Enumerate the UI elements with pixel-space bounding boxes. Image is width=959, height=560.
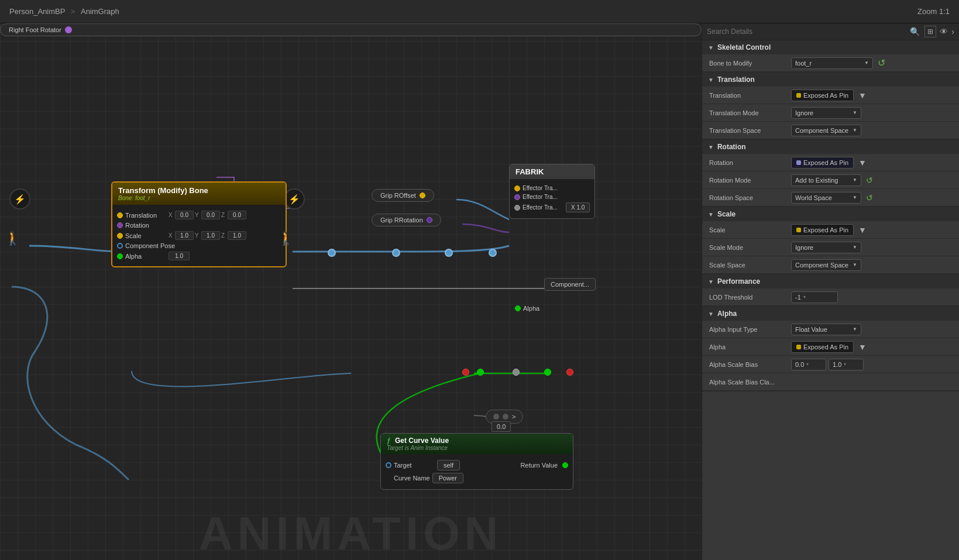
tx-field: X <box>169 211 194 219</box>
lod-threshold-spinner[interactable]: -1 ▾ <box>791 291 838 303</box>
grip-rrotation-node[interactable]: Grip RRotation <box>372 214 441 226</box>
rotation-pin-dot <box>117 222 123 228</box>
spinner1-arrow[interactable]: ▾ <box>806 362 809 367</box>
rotation-mode-reset[interactable]: ↺ <box>864 176 875 185</box>
rotation-space-arrow: ▼ <box>853 195 857 200</box>
scale-space-dropdown[interactable]: Component Space ▼ <box>791 259 861 271</box>
rotation-section-title: Rotation <box>717 143 746 151</box>
curve-name-value[interactable]: Power <box>432 473 463 483</box>
return-pin-dot <box>562 462 568 468</box>
bone-to-modify-label: Bone to Modify <box>709 60 791 67</box>
translation-arrow: ▼ <box>708 77 714 83</box>
rotation-chevron-icon[interactable]: ▼ <box>858 158 867 167</box>
alpha-chevron-icon[interactable]: ▼ <box>858 342 867 352</box>
reroute-4[interactable] <box>489 249 497 257</box>
scale-pin-dot <box>117 233 123 239</box>
translation-exposed-pin[interactable]: Exposed As Pin <box>791 90 854 101</box>
grid-view-button[interactable]: ⊞ <box>924 26 936 37</box>
rotation-mode-value: Add to Existing ▼ ↺ <box>791 174 952 186</box>
scale-chevron-icon[interactable]: ▼ <box>858 225 867 235</box>
component-pose-pin-dot <box>117 243 123 249</box>
target-value[interactable]: self <box>437 460 460 470</box>
performance-header[interactable]: ▼ Performance <box>702 274 959 288</box>
transform-bone-header: Transform (Modify) Bone Bone: foot_r <box>112 183 286 205</box>
alpha-input[interactable] <box>169 252 190 260</box>
spinner2-arrow[interactable]: ▾ <box>844 362 846 367</box>
lod-spinner-arrow[interactable]: ▾ <box>803 294 806 300</box>
ty-input[interactable] <box>201 211 220 219</box>
component-pose-label: Component Pose <box>125 242 175 249</box>
rotation-header[interactable]: ▼ Rotation <box>702 140 959 154</box>
chevron-icon[interactable]: › <box>951 27 954 36</box>
lod-threshold-row: LOD Threshold -1 ▾ <box>702 288 959 306</box>
grip-roffset-pin <box>420 193 425 198</box>
scale-mode-label: Scale Mode <box>709 244 791 251</box>
rotation-mode-dropdown[interactable]: Add to Existing ▼ <box>791 174 861 186</box>
alpha-scale-bias-spinner1[interactable]: 0.0 ▾ <box>791 359 826 370</box>
alpha-exposed-pin[interactable]: Exposed As Pin <box>791 341 854 353</box>
alpha-header[interactable]: ▼ Alpha <box>702 307 959 321</box>
effector2-label: Effector Tra... <box>523 194 563 200</box>
reroute-1[interactable] <box>328 249 336 257</box>
rotation-mode-row: Rotation Mode Add to Existing ▼ ↺ <box>702 171 959 189</box>
search-input[interactable] <box>707 28 906 36</box>
oval-dot-mid <box>503 414 508 420</box>
translation-space-dropdown[interactable]: Component Space ▼ <box>791 125 861 136</box>
rotation-exposed-pin[interactable]: Exposed As Pin <box>791 157 854 169</box>
search-bar: 🔍 ⊞ 👁 › <box>702 23 959 40</box>
transform-bone-body: Translation X Y Z <box>112 205 286 266</box>
bolt-node-left[interactable]: ⚡ <box>9 188 30 209</box>
alpha-scale-bias-inputs: 0.0 ▾ 1.0 ▾ <box>791 359 864 370</box>
sx-input[interactable] <box>175 231 194 240</box>
scale-header[interactable]: ▼ Scale <box>702 207 959 221</box>
bolt-node-right[interactable]: ⚡ <box>284 188 305 209</box>
target-pin-dot <box>386 462 391 468</box>
tx-input[interactable] <box>175 211 194 219</box>
right-panel: 🔍 ⊞ 👁 › ▼ Skeletal Control Bone to Modif… <box>702 23 959 560</box>
scale-label: Scale <box>709 226 791 233</box>
scale-exposed-pin[interactable]: Exposed As Pin <box>791 224 854 236</box>
rotation-pin-label: Rotation <box>125 222 166 229</box>
wire-value-box[interactable]: 0.0 <box>491 421 511 432</box>
performance-section: ▼ Performance LOD Threshold -1 ▾ <box>702 274 959 307</box>
right-foot-rotator-node[interactable]: Right Foot Rotator <box>0 23 702 36</box>
rfr-pin <box>65 26 72 33</box>
scale-mode-dropdown[interactable]: Ignore ▼ <box>791 242 861 253</box>
translation-space-arrow: ▼ <box>853 128 857 133</box>
get-curve-value-node[interactable]: ƒ Get Curve Value Target is Anim Instanc… <box>380 433 573 490</box>
component-node[interactable]: Component... <box>544 278 596 291</box>
eye-button[interactable]: 👁 <box>939 26 949 37</box>
fabrik-node[interactable]: FABRIK Effector Tra... Effector Tra... E… <box>509 164 595 219</box>
skeletal-control-section: ▼ Skeletal Control Bone to Modify foot_r… <box>702 40 959 73</box>
breadcrumb-part1: Person_AnimBP <box>9 7 65 16</box>
translation-mode-dropdown[interactable]: Ignore ▼ <box>791 107 861 119</box>
reroute-3[interactable] <box>445 249 453 257</box>
sz-input[interactable] <box>228 231 246 240</box>
reroute-2[interactable] <box>392 249 400 257</box>
main-layout: ⚡ ⚡ Right Foot Rotator Transform (Modify… <box>0 23 959 560</box>
search-button[interactable]: 🔍 <box>909 26 921 37</box>
tz-input[interactable] <box>228 211 246 219</box>
translation-chevron-icon[interactable]: ▼ <box>858 91 867 100</box>
scale-mode-value: Ignore ▼ <box>791 242 952 253</box>
translation-header[interactable]: ▼ Translation <box>702 73 959 87</box>
graph-canvas[interactable]: ⚡ ⚡ Right Foot Rotator Transform (Modify… <box>0 23 702 560</box>
bone-dropdown[interactable]: foot_r ▼ <box>791 57 873 69</box>
bone-reset-icon[interactable]: ↺ <box>878 57 885 68</box>
alpha-scale-bias-spinner2[interactable]: 1.0 ▾ <box>829 359 864 370</box>
grip-roffset-node[interactable]: Grip ROffset <box>372 189 434 202</box>
transform-bone-node[interactable]: Transform (Modify) Bone Bone: foot_r Tra… <box>111 181 287 267</box>
skeletal-control-header[interactable]: ▼ Skeletal Control <box>702 40 959 54</box>
rotation-space-reset[interactable]: ↺ <box>864 193 875 202</box>
scale-xyz: X Y Z <box>169 231 246 240</box>
target-pin-row: Target self Return Value <box>386 460 568 470</box>
scale-section: ▼ Scale Scale Exposed As Pin ▼ Scale Mod… <box>702 207 959 274</box>
scale-arrow: ▼ <box>708 211 714 218</box>
alpha-input-type-dropdown[interactable]: Float Value ▼ <box>791 324 861 335</box>
tz-field: Z <box>221 211 246 219</box>
scale-space-value: Component Space ▼ <box>791 259 952 271</box>
red-wire-dot-2 <box>566 369 573 376</box>
rotation-space-dropdown[interactable]: World Space ▼ <box>791 192 861 204</box>
scale-pin-indicator <box>796 228 801 232</box>
sy-input[interactable] <box>201 231 220 240</box>
